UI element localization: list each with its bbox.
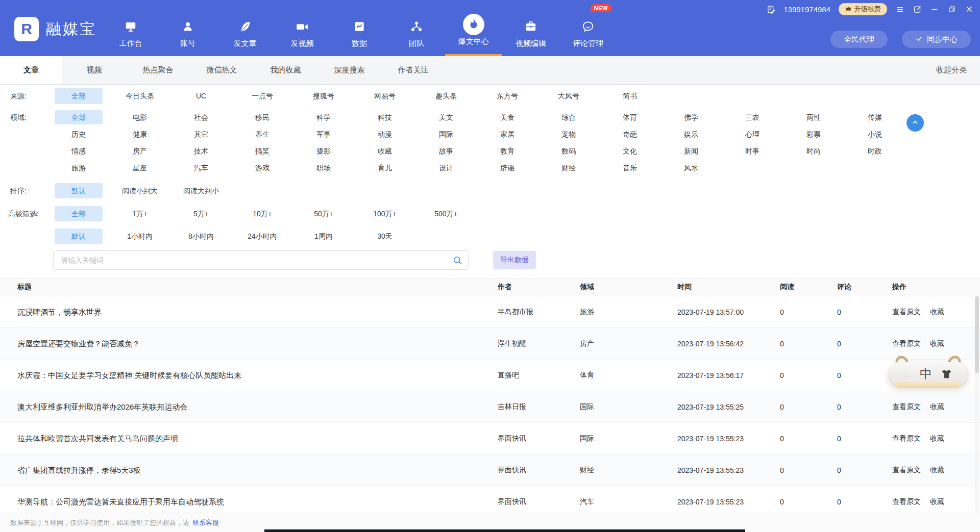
filter-chip[interactable]: UC	[177, 88, 225, 104]
keyword-search-input[interactable]	[54, 251, 468, 269]
nav-item-comment-manage[interactable]: NEW 评论管理	[559, 0, 617, 56]
nav-item-hot-article-center[interactable]: 爆文中心	[445, 0, 502, 56]
filter-chip[interactable]: 佛学	[667, 110, 715, 124]
compose-icon[interactable]	[913, 5, 922, 14]
filter-chip[interactable]: 网易号	[361, 88, 409, 104]
ime-toolbar[interactable]: ——— 中	[889, 362, 967, 386]
article-title[interactable]: 澳大利亚维多利亚州取消举办2026年英联邦运动会	[17, 402, 498, 412]
article-title[interactable]: 沉浸啤酒节，畅享水世界	[17, 308, 498, 317]
favorite-link[interactable]: 收藏	[930, 466, 944, 475]
filter-chip[interactable]: 搞笑	[238, 144, 286, 158]
search-icon[interactable]	[452, 255, 463, 266]
article-title[interactable]: 水庆霞：中国女足要学习女篮精神 关键时候要有核心队员能站出来	[17, 371, 498, 381]
filter-chip[interactable]: 阅读大到小	[177, 183, 225, 198]
tab[interactable]: 深度搜索	[317, 56, 381, 84]
nav-item-publish-article[interactable]: 发文章	[216, 0, 274, 56]
filter-chip[interactable]: 东方号	[483, 88, 531, 104]
filter-chip[interactable]: 旅游	[55, 161, 103, 175]
filter-chip[interactable]: 时事	[728, 144, 776, 158]
filter-chip[interactable]: 一点号	[238, 88, 286, 104]
filter-chip[interactable]: 10万+	[238, 206, 286, 221]
ime-skin-shirt-icon[interactable]	[941, 368, 952, 380]
filter-chip[interactable]: 其它	[177, 127, 225, 141]
article-title[interactable]: 华测导航：公司激光雷达暂未直接应用于乘用车自动驾驶系统	[17, 497, 498, 507]
export-data-button[interactable]: 导出数据	[493, 251, 536, 269]
filter-chip[interactable]: 动漫	[361, 127, 409, 141]
filter-chip[interactable]: 美食	[483, 110, 531, 124]
filter-chip[interactable]: 默认	[55, 183, 103, 198]
filter-chip[interactable]: 24小时内	[238, 229, 286, 244]
restore-button[interactable]	[947, 5, 957, 14]
filter-chip[interactable]: 100万+	[361, 206, 409, 221]
tab[interactable]: 热点聚合	[126, 56, 190, 84]
filter-chip[interactable]: 教育	[483, 144, 531, 158]
tab[interactable]: 微信热文	[190, 56, 254, 84]
filter-chip[interactable]: 健康	[116, 127, 164, 141]
nav-item-account[interactable]: 账号	[159, 0, 216, 56]
filter-chip[interactable]: 汽车	[177, 161, 225, 175]
filter-chip[interactable]: 默认	[55, 229, 103, 244]
filter-chip[interactable]: 风水	[667, 161, 715, 175]
filter-chip[interactable]: 阅读小到大	[116, 183, 164, 198]
filter-chip[interactable]: 军事	[300, 127, 348, 141]
filter-chip[interactable]: 电影	[116, 110, 164, 124]
filter-chip[interactable]: 科技	[361, 110, 409, 124]
favorite-link[interactable]: 收藏	[930, 497, 944, 506]
tab[interactable]: 文章	[0, 56, 62, 84]
nav-item-data[interactable]: 数据	[331, 0, 388, 56]
article-title[interactable]: 拉共体和欧盟首次共同发表有关马岛问题的声明	[17, 434, 498, 444]
filter-chip[interactable]: 养生	[238, 127, 286, 141]
filter-chip[interactable]: 技术	[177, 144, 225, 158]
close-button[interactable]	[965, 5, 974, 14]
tab[interactable]: 视频	[62, 56, 126, 84]
scroll-top-button[interactable]	[906, 114, 924, 132]
filter-chip[interactable]: 国际	[422, 127, 470, 141]
filter-chip[interactable]: 移民	[238, 110, 286, 124]
upgrade-renew-button[interactable]: 升级续费	[839, 3, 887, 15]
filter-chip[interactable]: 职场	[300, 161, 348, 175]
filter-chip[interactable]: 星座	[116, 161, 164, 175]
filter-chip[interactable]: 摄影	[300, 144, 348, 158]
filter-chip[interactable]: 1万+	[116, 206, 164, 221]
filter-chip[interactable]: 文化	[606, 144, 654, 158]
view-original-link[interactable]: 查看原文	[892, 497, 921, 506]
filter-chip[interactable]: 故事	[422, 144, 470, 158]
filter-chip[interactable]: 情感	[55, 144, 103, 158]
menu-icon[interactable]	[895, 5, 904, 14]
filter-chip[interactable]: 辟谣	[483, 161, 531, 175]
filter-chip[interactable]: 数码	[545, 144, 593, 158]
favorite-link[interactable]: 收藏	[930, 308, 944, 317]
contact-support-link[interactable]: 联系客服	[192, 518, 219, 527]
filter-chip[interactable]: 体育	[606, 110, 654, 124]
filter-chip[interactable]: 时政	[851, 144, 899, 158]
nav-item-video-edit[interactable]: 视频编辑	[502, 0, 559, 56]
filter-chip[interactable]: 奇葩	[606, 127, 654, 141]
filter-chip[interactable]: 娱乐	[667, 127, 715, 141]
article-title[interactable]: 省广集团直线拉升涨停，录得5天3板	[17, 466, 498, 475]
minimize-button[interactable]	[930, 5, 939, 14]
filter-chip[interactable]: 财经	[545, 161, 593, 175]
favorite-link[interactable]: 收藏	[930, 402, 944, 412]
filter-chip[interactable]: 三农	[728, 110, 776, 124]
filter-chip[interactable]: 传媒	[851, 110, 899, 124]
filter-chip[interactable]: 5万+	[177, 206, 225, 221]
filter-chip[interactable]: 30天	[361, 229, 409, 244]
filter-chip[interactable]: 1小时内	[116, 229, 164, 244]
view-original-link[interactable]: 查看原文	[892, 466, 921, 475]
filter-chip[interactable]: 音乐	[606, 161, 654, 175]
national-agent-button[interactable]: 全民代理	[830, 31, 888, 48]
filter-chip[interactable]: 趣头条	[422, 88, 470, 104]
filter-chip[interactable]: 社会	[177, 110, 225, 124]
filter-chip[interactable]: 综合	[545, 110, 593, 124]
favorite-link[interactable]: 收藏	[930, 339, 944, 348]
filter-chip[interactable]: 时尚	[790, 144, 838, 158]
filter-chip[interactable]: 全部	[55, 88, 103, 104]
filter-chip[interactable]: 全部	[55, 206, 103, 221]
filter-chip[interactable]: 历史	[55, 127, 103, 141]
filter-chip[interactable]: 家居	[483, 127, 531, 141]
filter-chip[interactable]: 8小时内	[177, 229, 225, 244]
filter-chip[interactable]: 大风号	[545, 88, 593, 104]
filter-chip[interactable]: 全部	[55, 110, 103, 124]
filter-chip[interactable]: 科学	[300, 110, 348, 124]
collapse-categories-button[interactable]: 收起分类	[936, 56, 980, 84]
